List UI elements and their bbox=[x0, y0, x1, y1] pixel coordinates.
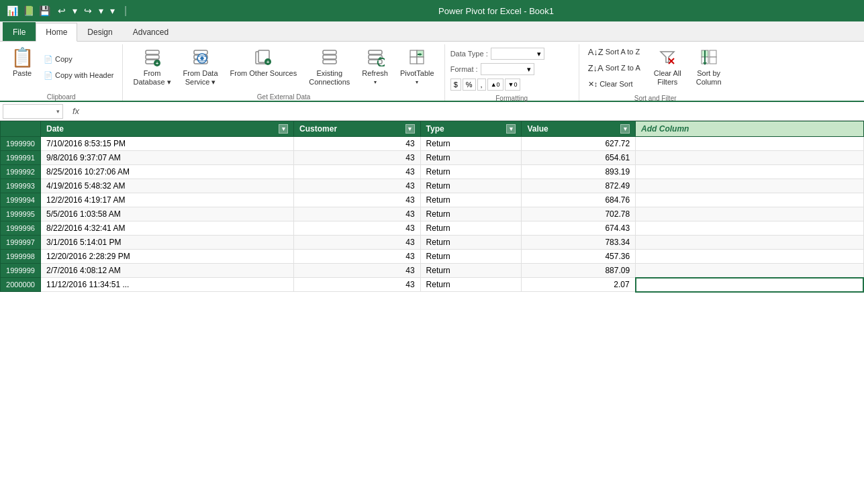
date-cell[interactable]: 2/7/2016 4:08:12 AM bbox=[41, 264, 294, 278]
date-column-header[interactable]: Date ▾ bbox=[41, 121, 294, 137]
paste-button[interactable]: 📋 Paste bbox=[5, 44, 39, 90]
customize-button[interactable]: ▾ bbox=[107, 4, 117, 17]
from-database-button[interactable]: + FromDatabase ▾ bbox=[128, 44, 175, 90]
type-filter-arrow[interactable]: ▾ bbox=[506, 124, 516, 134]
from-other-sources-button[interactable]: + From Other Sources bbox=[226, 44, 302, 90]
date-cell[interactable]: 8/22/2016 4:32:41 AM bbox=[41, 221, 294, 236]
customer-cell[interactable]: 43 bbox=[294, 278, 421, 292]
table-row[interactable]: 19999907/10/2016 8:53:15 PM43Return627.7… bbox=[1, 137, 864, 151]
name-box-arrow[interactable]: ▾ bbox=[56, 108, 60, 115]
value-cell[interactable]: 627.72 bbox=[522, 137, 636, 151]
value-cell[interactable]: 2.07 bbox=[522, 278, 636, 292]
tab-advanced[interactable]: Advanced bbox=[123, 22, 179, 41]
value-cell[interactable]: 684.76 bbox=[522, 193, 636, 207]
sort-a-to-z-button[interactable]: A↓Z Sort A to Z bbox=[585, 44, 644, 59]
table-row[interactable]: 199999412/2/2016 4:19:17 AM43Return684.7… bbox=[1, 193, 864, 207]
grid-container[interactable]: Date ▾ Customer ▾ Type ▾ bbox=[0, 121, 864, 504]
type-cell[interactable]: Return bbox=[420, 264, 522, 278]
value-cell[interactable]: 674.43 bbox=[522, 221, 636, 236]
pivot-table-button[interactable]: PivotTable ▾ bbox=[395, 44, 439, 90]
type-cell[interactable]: Return bbox=[420, 207, 522, 221]
date-cell[interactable]: 8/25/2016 10:27:06 AM bbox=[41, 165, 294, 179]
copy-with-header-button[interactable]: 📄 Copy with Header bbox=[40, 68, 117, 83]
customer-cell[interactable]: 43 bbox=[294, 264, 421, 278]
redo-dropdown-button[interactable]: ▾ bbox=[96, 4, 106, 17]
value-cell[interactable]: 457.36 bbox=[522, 250, 636, 264]
type-cell[interactable]: Return bbox=[420, 221, 522, 236]
customer-cell[interactable]: 43 bbox=[294, 221, 421, 236]
table-row[interactable]: 19999919/8/2016 9:37:07 AM43Return654.61 bbox=[1, 151, 864, 165]
type-cell[interactable]: Return bbox=[420, 165, 522, 179]
table-row[interactable]: 19999992/7/2016 4:08:12 AM43Return887.09 bbox=[1, 264, 864, 278]
comma-button[interactable]: , bbox=[477, 79, 486, 91]
type-cell[interactable]: Return bbox=[420, 179, 522, 193]
from-data-service-button[interactable]: From DataService ▾ bbox=[179, 44, 223, 90]
table-row[interactable]: 199999812/20/2016 2:28:29 PM43Return457.… bbox=[1, 250, 864, 264]
refresh-button[interactable]: Refresh ▾ bbox=[357, 44, 393, 90]
table-row[interactable]: 19999928/25/2016 10:27:06 AM43Return893.… bbox=[1, 165, 864, 179]
date-cell[interactable]: 12/2/2016 4:19:17 AM bbox=[41, 193, 294, 207]
formula-input[interactable] bbox=[86, 104, 861, 119]
customer-cell[interactable]: 43 bbox=[294, 236, 421, 250]
date-cell[interactable]: 5/5/2016 1:03:58 AM bbox=[41, 207, 294, 221]
value-cell[interactable]: 702.78 bbox=[522, 207, 636, 221]
table-row[interactable]: 19999934/19/2016 5:48:32 AM43Return872.4… bbox=[1, 179, 864, 193]
type-cell[interactable]: Return bbox=[420, 250, 522, 264]
sort-by-column-button[interactable]: Sort byColumn bbox=[691, 44, 726, 90]
customer-cell[interactable]: 43 bbox=[294, 137, 421, 151]
table-row[interactable]: 19999968/22/2016 4:32:41 AM43Return674.4… bbox=[1, 221, 864, 236]
value-column-header[interactable]: Value ▾ bbox=[522, 121, 636, 137]
clear-all-filters-button[interactable]: Clear AllFilters bbox=[649, 44, 686, 90]
table-row[interactable]: 19999973/1/2016 5:14:01 PM43Return783.34 bbox=[1, 236, 864, 250]
type-cell[interactable]: Return bbox=[420, 137, 522, 151]
date-cell[interactable]: 9/8/2016 9:37:07 AM bbox=[41, 151, 294, 165]
customer-cell[interactable]: 43 bbox=[294, 151, 421, 165]
date-cell[interactable]: 4/19/2016 5:48:32 AM bbox=[41, 179, 294, 193]
type-cell[interactable]: Return bbox=[420, 236, 522, 250]
decimal-decrease-button[interactable]: ▼0 bbox=[505, 79, 521, 91]
undo-dropdown-button[interactable]: ▾ bbox=[70, 4, 80, 17]
customer-cell[interactable]: 43 bbox=[294, 250, 421, 264]
sort-z-to-a-button[interactable]: Z↓A Sort Z to A bbox=[585, 60, 644, 75]
table-row[interactable]: 19999955/5/2016 1:03:58 AM43Return702.78 bbox=[1, 207, 864, 221]
decimal-increase-button[interactable]: ▲0 bbox=[487, 79, 503, 91]
undo-button[interactable]: ↩ bbox=[55, 4, 68, 17]
tab-home[interactable]: Home bbox=[36, 23, 77, 42]
type-cell[interactable]: Return bbox=[420, 151, 522, 165]
value-cell[interactable]: 872.49 bbox=[522, 179, 636, 193]
customer-column-header[interactable]: Customer ▾ bbox=[294, 121, 421, 137]
date-cell[interactable]: 12/20/2016 2:28:29 PM bbox=[41, 250, 294, 264]
data-type-dropdown[interactable]: ▾ bbox=[491, 48, 544, 60]
value-cell[interactable]: 893.19 bbox=[522, 165, 636, 179]
title-bar: 📊 📗 💾 ↩ ▾ ↪ ▾ ▾ | Power Pivot for Excel … bbox=[0, 0, 864, 21]
type-column-header[interactable]: Type ▾ bbox=[420, 121, 522, 137]
name-box[interactable]: ▾ bbox=[3, 104, 63, 119]
type-cell[interactable]: Return bbox=[420, 193, 522, 207]
customer-filter-arrow[interactable]: ▾ bbox=[405, 124, 415, 134]
clear-sort-button[interactable]: ✕↕ Clear Sort bbox=[585, 77, 644, 91]
percent-button[interactable]: % bbox=[463, 79, 476, 91]
date-cell[interactable]: 7/10/2016 8:53:15 PM bbox=[41, 137, 294, 151]
value-cell[interactable]: 887.09 bbox=[522, 264, 636, 278]
tab-design[interactable]: Design bbox=[77, 22, 122, 41]
customer-cell[interactable]: 43 bbox=[294, 207, 421, 221]
date-filter-arrow[interactable]: ▾ bbox=[279, 124, 288, 134]
customer-cell[interactable]: 43 bbox=[294, 193, 421, 207]
customer-cell[interactable]: 43 bbox=[294, 179, 421, 193]
save-icon[interactable]: 💾 bbox=[38, 4, 51, 17]
value-cell[interactable]: 654.61 bbox=[522, 151, 636, 165]
customer-cell[interactable]: 43 bbox=[294, 165, 421, 179]
table-row[interactable]: 200000011/12/2016 11:34:51 ...43Return2.… bbox=[1, 278, 864, 292]
existing-connections-button[interactable]: ExistingConnections bbox=[304, 44, 354, 90]
redo-button[interactable]: ↪ bbox=[81, 4, 95, 17]
copy-button[interactable]: 📄 Copy bbox=[40, 52, 117, 66]
tab-file[interactable]: File bbox=[3, 22, 36, 41]
currency-button[interactable]: $ bbox=[450, 79, 461, 91]
value-cell[interactable]: 783.34 bbox=[522, 236, 636, 250]
add-column-header[interactable]: Add Column bbox=[636, 121, 863, 137]
format-dropdown[interactable]: ▾ bbox=[481, 63, 534, 75]
value-filter-arrow[interactable]: ▾ bbox=[620, 124, 630, 134]
type-cell[interactable]: Return bbox=[420, 278, 522, 292]
date-cell[interactable]: 3/1/2016 5:14:01 PM bbox=[41, 236, 294, 250]
date-cell[interactable]: 11/12/2016 11:34:51 ... bbox=[41, 278, 294, 292]
